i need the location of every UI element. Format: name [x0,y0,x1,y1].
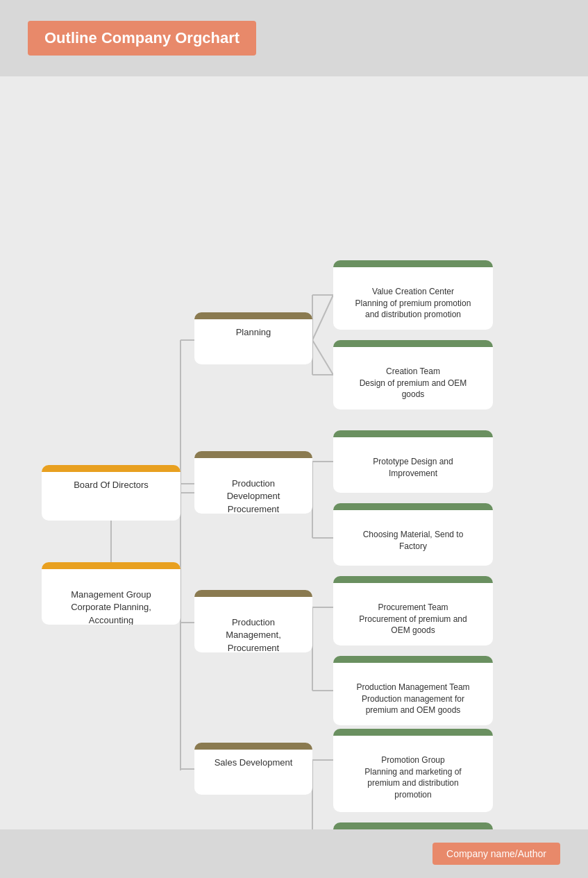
prod-dev-label: ProductionDevelopmentProcurement [227,478,280,514]
value-creation-node: Value Creation CenterPlanning of premium… [333,260,493,330]
page-title: Outline Company Orgchart [28,21,256,56]
footer-label: Company name/Author [432,843,560,865]
sales-node: Sales Development [194,743,312,795]
prod-dev-bar [194,451,312,458]
board-node: Board Of Directors [42,465,180,521]
promotion-bar [333,729,493,736]
creation-label: Creation TeamDesign of premium and OEMgo… [360,366,467,400]
prod-mgmt-team-label: Production Management TeamProduction man… [356,682,469,716]
procurement-label: Procurement TeamProcurement of premium a… [359,602,467,636]
board-label: Board Of Directors [74,480,149,490]
procurement-bar [333,576,493,583]
header: Outline Company Orgchart [0,0,588,76]
prototype-label: Prototype Design andImprovement [373,457,453,478]
promotion-label: Promotion GroupPlanning and marketing of… [364,755,461,800]
prototype-node: Prototype Design andImprovement [333,430,493,493]
promotion-node: Promotion GroupPlanning and marketing of… [333,729,493,812]
creation-team-node: Creation TeamDesign of premium and OEMgo… [333,340,493,410]
product-planning-bar [333,822,493,829]
board-bar [42,465,180,472]
svg-line-9 [312,340,333,375]
prod-dev-node: ProductionDevelopmentProcurement [194,451,312,514]
page: Outline Company Orgchart [0,0,588,878]
material-bar [333,503,493,510]
prod-mgmt-label: ProductionManagement,Procurement [226,617,281,652]
procurement-team-node: Procurement TeamProcurement of premium a… [333,576,493,645]
prod-mgmt-bar [194,590,312,597]
management-bar [42,562,180,569]
value-label: Value Creation CenterPlanning of premium… [355,287,471,320]
prod-mgmt-node: ProductionManagement,Procurement [194,590,312,652]
sales-bar [194,743,312,750]
material-label: Choosing Material, Send toFactory [363,530,464,551]
material-node: Choosing Material, Send toFactory [333,503,493,566]
footer: Company name/Author [0,829,588,878]
planning-node: Planning [194,312,312,364]
planning-bar [194,312,312,319]
creation-bar [333,340,493,347]
prod-mgmt-team-bar [333,656,493,663]
management-node: Management GroupCorporate Planning,Accou… [42,562,180,625]
main-content: Board Of Directors Management GroupCorpo… [0,153,588,878]
sales-label: Sales Development [215,757,293,768]
svg-line-8 [312,295,333,340]
prototype-bar [333,430,493,437]
planning-label: Planning [236,327,271,337]
value-bar [333,260,493,267]
management-label: Management GroupCorporate Planning,Accou… [71,589,151,625]
prod-mgmt-team-node: Production Management TeamProduction man… [333,656,493,725]
